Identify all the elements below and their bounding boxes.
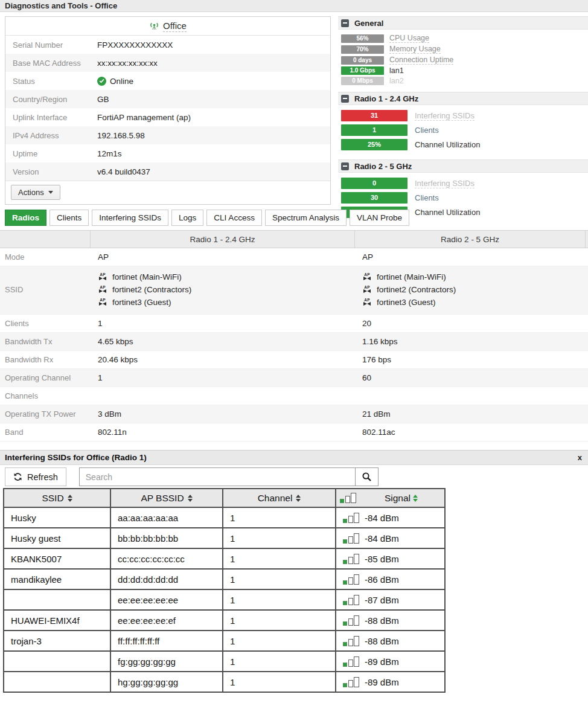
radios-row-tx-power: Operating TX Power 3 dBm 21 dBm [0,405,588,423]
table-row[interactable]: KBANK5007 cc:cc:cc:cc:cc:cc 1 -85 dBm [4,548,445,569]
interfering-ssids-table: SSID AP BSSID Channel Signal [3,488,446,693]
interfering-panel-title: Interfering SSIDs for Office (Radio 1) [5,453,147,462]
signal-strength-icon [343,595,359,605]
ssid-entry: AP fortinet (Main-WiFi) [98,271,355,283]
radio2-clients-link[interactable]: Clients [415,193,439,202]
online-check-icon [97,77,106,86]
radio1-bars: 31 Interfering SSIDs 1 Clients 25% Chann… [338,105,588,159]
collapse-icon[interactable] [341,19,349,27]
radio2-interfering-bar: 0 [341,178,407,189]
tab-cli-access[interactable]: CLI Access [206,210,262,226]
tab-clients[interactable]: Clients [50,210,89,226]
channel-cell: 1 [223,548,336,569]
search-input[interactable] [79,467,356,486]
tab-logs[interactable]: Logs [171,210,203,226]
signal-cell: -86 dBm [336,569,445,589]
field-uptime: Uptime 12m1s [5,144,330,162]
refresh-icon [13,472,22,481]
table-row[interactable]: fg:gg:gg:gg:gg 1 -89 dBm [4,651,445,672]
bssid-cell: ee:ee:ee:ee:ee [110,589,223,610]
section-radio1: Radio 1 - 2.4 GHz [338,92,588,105]
cpu-usage-bar: 56% [341,34,384,43]
sort-icon-active [413,495,418,502]
column-header-signal[interactable]: Signal [336,489,445,507]
radio1-column-header: Radio 1 - 2.4 GHz [91,231,355,248]
search-button[interactable] [356,467,379,486]
radio1-interfering-link[interactable]: Interfering SSIDs [415,111,475,121]
radio2-interfering-link[interactable]: Interfering SSIDs [415,179,475,188]
refresh-button[interactable]: Refresh [5,467,66,486]
memory-usage-bar: 70% [341,45,384,54]
table-row[interactable]: Husky aa:aa:aa:aa:aa 1 -84 dBm [4,507,445,528]
diagnostics-page: Diagnostics and Tools - Office Office Se… [0,0,588,703]
ssid-cell: trojan-3 [4,631,110,651]
card-footer: Actions [5,181,330,204]
ssid-entry: AP fortinet3 (Guest) [98,296,355,309]
signal-cell: -88 dBm [336,631,445,651]
interfering-toolbar: Refresh [5,467,379,486]
radios-row-channels: Channels [0,387,588,405]
sort-icon [68,495,72,502]
collapse-icon[interactable] [341,162,349,170]
access-point-icon [149,22,159,31]
table-row[interactable]: mandikaylee dd:dd:dd:dd:dd 1 -86 dBm [4,569,445,589]
signal-strength-icon [343,513,359,523]
sort-icon [188,495,193,502]
field-country: Country/Region GB [5,90,330,108]
search-icon [362,472,372,482]
ssid-ap-icon: AP [362,273,372,281]
field-uplink: Uplink Interface FortiAP management (ap) [5,108,330,126]
ssid-cell: mandikaylee [4,569,110,589]
tab-spectrum-analysis[interactable]: Spectrum Analysis [265,210,347,226]
radios-table: Radio 1 - 2.4 GHz Radio 2 - 5 GHz Mode A… [0,230,588,441]
radios-row-bandwidth-tx: Bandwidth Tx 4.65 kbps 1.16 kbps [0,333,588,351]
ssid-cell: Husky [4,507,110,528]
ssid-cell [4,651,110,672]
bssid-cell: bb:bb:bb:bb:bb [110,528,223,548]
signal-strength-icon [340,493,356,503]
tab-vlan-probe[interactable]: VLAN Probe [350,210,409,226]
radio1-clients-link[interactable]: Clients [415,126,439,135]
signal-cell: -84 dBm [336,528,445,548]
signal-cell: -89 dBm [336,672,445,692]
ssid-cell: HUAWEI-EMIX4f [4,610,110,631]
column-header-ap-bssid[interactable]: AP BSSID [110,489,223,507]
radios-row-operating-channel: Operating Channel 1 60 [0,369,588,387]
close-icon[interactable]: x [578,451,582,465]
tab-radios[interactable]: Radios [5,210,46,226]
column-header-channel[interactable]: Channel [223,489,336,507]
signal-strength-icon [343,533,359,544]
ssid-cell [4,672,110,692]
status-widgets: General 56% CPU Usage 70% Memory Usage 0… [338,16,588,227]
ssid-cell: KBANK5007 [4,548,110,569]
device-name: Office [163,21,187,32]
section-general: General [338,16,588,30]
table-row[interactable]: Husky guest bb:bb:bb:bb:bb 1 -84 dBm [4,528,445,548]
table-row[interactable]: hg:gg:gg:gg:gg 1 -89 dBm [4,672,445,692]
signal-strength-icon [343,574,359,585]
channel-cell: 1 [223,610,336,631]
field-ipv4: IPv4 Address 192.168.5.98 [5,126,330,144]
chevron-down-icon [48,191,53,194]
channel-cell: 1 [223,651,336,672]
actions-button[interactable]: Actions [11,185,60,200]
ssid-entry: AP fortinet (Main-WiFi) [362,271,586,283]
radios-row-clients: Clients 1 20 [0,315,588,333]
lan2-bar: 0 Mbps [341,77,384,85]
table-row[interactable]: trojan-3 ff:ff:ff:ff:ff:ff 1 -88 dBm [4,631,445,651]
field-base-mac: Base MAC Address xx:xx:xx:xx:xx:xx [5,54,330,72]
bssid-cell: aa:aa:aa:aa:aa [110,507,223,528]
tab-interfering-ssids[interactable]: Interfering SSIDs [92,210,168,226]
page-title: Diagnostics and Tools - Office [0,0,588,12]
channel-cell: 1 [223,672,336,692]
connection-uptime-bar: 0 days [341,56,384,65]
column-header-ssid[interactable]: SSID [4,489,110,507]
table-row[interactable]: HUAWEI-EMIX4f ee:ee:ee:ee:ef 1 -88 dBm [4,610,445,631]
ssid-ap-icon: AP [98,298,107,306]
interfering-panel-header: Interfering SSIDs for Office (Radio 1) x [0,450,588,465]
collapse-icon[interactable] [341,95,349,103]
table-row[interactable]: ee:ee:ee:ee:ee 1 -87 dBm [4,589,445,610]
ssid-cell [4,589,110,610]
field-status: Status Online [5,72,330,90]
field-version: Version v6.4 build0437 [5,162,330,181]
